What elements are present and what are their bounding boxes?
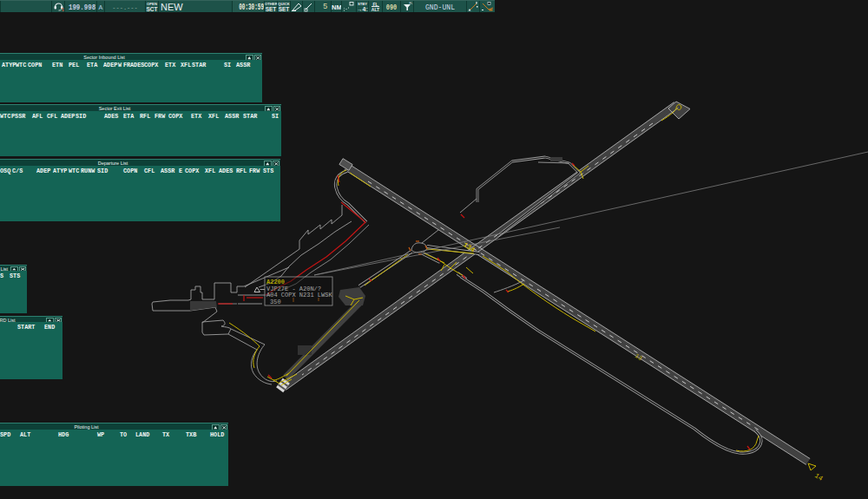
svg-text:350: 350 (270, 299, 281, 305)
svg-text:FL: FL (410, 2, 413, 5)
svg-text:14: 14 (813, 471, 825, 483)
